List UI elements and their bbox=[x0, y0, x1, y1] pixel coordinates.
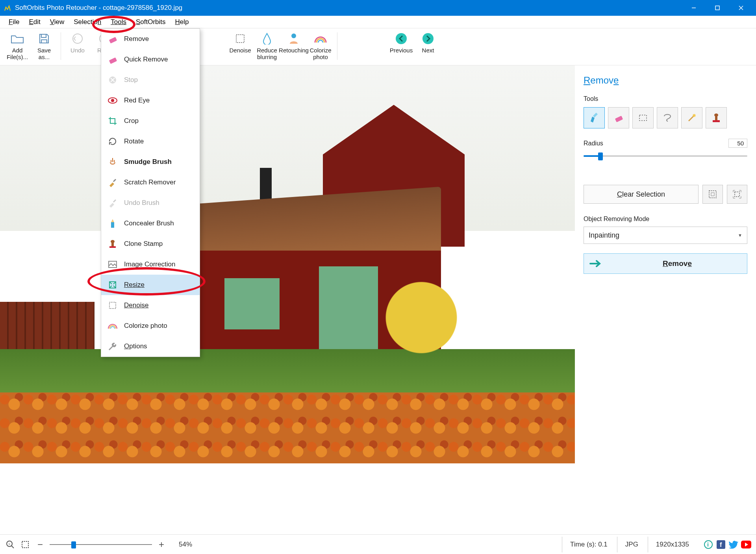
colorize-photo-button[interactable]: Colorize photo bbox=[307, 31, 334, 63]
mode-select[interactable]: Inpainting ▼ bbox=[584, 227, 747, 244]
canvas-area bbox=[0, 65, 575, 534]
status-format: JPG bbox=[617, 537, 646, 552]
chevron-down-icon: ▼ bbox=[738, 233, 742, 238]
add-files-button[interactable]: Add File(s)... bbox=[4, 31, 31, 63]
menu-undo-brush: Undo Brush bbox=[101, 193, 200, 213]
menu-options[interactable]: Options bbox=[101, 336, 200, 357]
svg-rect-31 bbox=[735, 192, 739, 197]
next-icon bbox=[420, 31, 436, 46]
menu-selection[interactable]: Selection bbox=[69, 17, 106, 28]
side-panel: Remove Tools Radius 50 Clear Selection O… bbox=[575, 65, 756, 534]
zoom-fit-icon[interactable] bbox=[20, 539, 31, 550]
menu-denoise[interactable]: Denoise bbox=[101, 295, 200, 316]
menu-concealer-brush[interactable]: Concealer Brush bbox=[101, 213, 200, 234]
menu-rotate[interactable]: Rotate bbox=[101, 131, 200, 152]
image-canvas[interactable] bbox=[0, 65, 575, 534]
eye-icon bbox=[107, 95, 119, 106]
svg-point-28 bbox=[714, 113, 718, 117]
clear-selection-button[interactable]: Clear Selection bbox=[584, 185, 699, 204]
svg-rect-11 bbox=[109, 58, 117, 64]
menu-red-eye[interactable]: Red Eye bbox=[101, 90, 200, 111]
mode-value: Inpainting bbox=[589, 231, 619, 240]
photo-content bbox=[0, 65, 575, 463]
zoom-slider[interactable] bbox=[50, 541, 152, 548]
menu-file[interactable]: File bbox=[4, 17, 24, 28]
svg-point-8 bbox=[396, 33, 407, 44]
app-logo-icon bbox=[3, 4, 12, 12]
svg-rect-24 bbox=[615, 116, 623, 123]
svg-line-33 bbox=[11, 546, 14, 548]
titlebar: SoftOrbits Photo Retoucher - cottage-297… bbox=[0, 0, 756, 16]
arrow-right-icon bbox=[584, 260, 608, 268]
save-as-button[interactable]: Save as... bbox=[31, 31, 57, 63]
next-button[interactable]: Next bbox=[415, 31, 441, 63]
youtube-icon[interactable] bbox=[741, 539, 751, 550]
undo-brush-icon bbox=[107, 197, 119, 209]
menu-clone-stamp[interactable]: Clone Stamp bbox=[101, 234, 200, 254]
window-title: SoftOrbits Photo Retoucher - cottage-297… bbox=[15, 4, 682, 12]
svg-point-7 bbox=[291, 33, 296, 38]
info-icon[interactable]: i bbox=[703, 539, 713, 550]
svg-rect-29 bbox=[709, 191, 716, 198]
svg-point-9 bbox=[422, 33, 434, 44]
tool-rectangle-select[interactable] bbox=[632, 107, 654, 128]
selection-expand-button[interactable] bbox=[727, 185, 747, 204]
zoom-out-button[interactable]: − bbox=[35, 539, 46, 550]
tool-lasso[interactable] bbox=[657, 107, 678, 128]
zoom-actual-icon[interactable]: 1 bbox=[5, 539, 16, 550]
zoom-in-button[interactable]: + bbox=[156, 539, 167, 550]
menu-view[interactable]: View bbox=[45, 17, 69, 28]
twitter-icon[interactable] bbox=[728, 539, 739, 550]
status-time: Time (s): 0.1 bbox=[562, 537, 615, 552]
menu-softorbits[interactable]: SoftOrbits bbox=[131, 17, 170, 28]
menubar: File Edit View Selection Tools SoftOrbit… bbox=[0, 16, 756, 28]
svg-rect-23 bbox=[109, 302, 116, 309]
menu-remove[interactable]: Remove bbox=[101, 29, 200, 49]
menu-crop[interactable]: Crop bbox=[101, 111, 200, 131]
facebook-icon[interactable]: f bbox=[716, 539, 726, 550]
menu-resize[interactable]: Resize bbox=[101, 275, 200, 295]
menu-smudge-brush[interactable]: Smudge Brush bbox=[101, 152, 200, 172]
menu-quick-remove[interactable]: Quick Remove bbox=[101, 49, 200, 70]
tool-stamp[interactable] bbox=[706, 107, 727, 128]
tool-marker[interactable] bbox=[584, 107, 605, 128]
maximize-button[interactable] bbox=[706, 0, 729, 16]
menu-tools[interactable]: Tools bbox=[106, 17, 131, 28]
close-button[interactable] bbox=[729, 0, 753, 16]
reduce-blurring-button[interactable]: Reduce blurring bbox=[254, 31, 280, 63]
minimize-button[interactable] bbox=[682, 0, 706, 16]
folder-open-icon bbox=[9, 31, 25, 46]
remove-button[interactable]: Remove bbox=[584, 253, 747, 274]
svg-rect-18 bbox=[109, 246, 116, 248]
svg-rect-25 bbox=[639, 115, 647, 121]
crop-icon bbox=[107, 115, 119, 127]
menu-help[interactable]: Help bbox=[170, 17, 194, 28]
finger-icon bbox=[107, 156, 119, 168]
svg-rect-35 bbox=[22, 541, 28, 548]
svg-rect-1 bbox=[715, 6, 719, 10]
tool-magic-wand[interactable] bbox=[681, 107, 702, 128]
radius-label: Radius bbox=[584, 140, 603, 147]
radius-value[interactable]: 50 bbox=[728, 139, 747, 148]
tool-eraser[interactable] bbox=[608, 107, 629, 128]
menu-colorize-photo[interactable]: Colorize photo bbox=[101, 316, 200, 336]
rainbow-menu-icon bbox=[107, 320, 119, 332]
svg-rect-17 bbox=[111, 222, 114, 228]
stamp-icon bbox=[107, 238, 119, 250]
denoise-button[interactable]: Denoise bbox=[227, 31, 254, 63]
previous-button[interactable]: Previous bbox=[388, 31, 415, 63]
menu-image-correction[interactable]: Image Correction bbox=[101, 254, 200, 275]
eraser-pink-icon bbox=[107, 54, 119, 65]
brush-icon bbox=[107, 177, 119, 188]
retouching-button[interactable]: Retouching bbox=[280, 31, 307, 63]
person-icon bbox=[286, 31, 302, 46]
radius-slider[interactable] bbox=[584, 151, 747, 161]
undo-button[interactable]: Undo bbox=[64, 31, 91, 63]
menu-scratch-remover[interactable]: Scratch Remover bbox=[101, 172, 200, 193]
selection-contract-button[interactable] bbox=[702, 185, 723, 204]
svg-rect-30 bbox=[711, 193, 714, 196]
svg-rect-10 bbox=[109, 37, 117, 44]
menu-stop: Stop bbox=[101, 70, 200, 90]
menu-edit[interactable]: Edit bbox=[24, 17, 45, 28]
svg-point-16 bbox=[111, 99, 114, 102]
